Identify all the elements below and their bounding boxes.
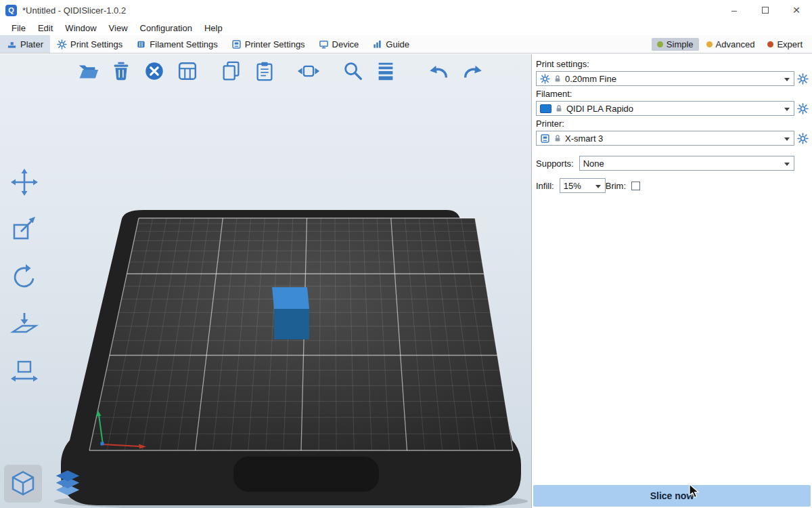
brim-label: Brim: (606, 181, 626, 191)
minimize-button[interactable]: – (719, 0, 750, 20)
model-cube[interactable] (272, 287, 309, 339)
variable-layer-height-icon (374, 60, 397, 83)
infill-value: 15% (564, 181, 581, 191)
filament-gear-button[interactable] (796, 102, 809, 115)
scale-tool-button[interactable] (7, 214, 42, 245)
tab-guide[interactable]: Guide (365, 35, 416, 53)
lock-icon (554, 134, 562, 142)
tabbar: Plater Print Settings Filament Settings … (0, 35, 812, 54)
device-icon (319, 39, 329, 49)
paste-icon (253, 60, 276, 83)
mode-simple[interactable]: Simple (652, 38, 699, 51)
gear-icon (540, 74, 550, 84)
window-controls: – × (719, 0, 812, 20)
gear-icon (797, 133, 809, 144)
layers-view-icon (52, 468, 83, 499)
supports-combo[interactable]: None (579, 156, 794, 171)
search-icon (341, 60, 364, 83)
mode-advanced-label: Advanced (716, 39, 755, 49)
rotate-icon (9, 262, 39, 292)
mirror-tool-button[interactable] (7, 356, 42, 387)
print-settings-combo[interactable]: 0.20mm Fine (536, 71, 794, 86)
tab-print-settings[interactable]: Print Settings (50, 35, 129, 53)
split-objects-button[interactable] (296, 59, 321, 83)
editor-view-button[interactable] (4, 465, 42, 503)
move-tool-button[interactable] (7, 167, 42, 198)
copy-icon (220, 60, 243, 83)
lock-icon (555, 104, 563, 112)
window-title: *Untitled - QIDISlicer-1.0.2 (22, 5, 126, 16)
redo-button[interactable] (460, 59, 484, 83)
menu-configuration[interactable]: Configuration (134, 22, 198, 35)
menu-window[interactable]: Window (59, 22, 102, 35)
menu-file[interactable]: File (5, 22, 32, 35)
supports-value: None (583, 158, 604, 169)
tab-device[interactable]: Device (312, 35, 366, 53)
paste-button[interactable] (252, 59, 277, 83)
brim-checkbox[interactable] (631, 182, 640, 190)
tab-printer-settings[interactable]: Printer Settings (225, 35, 312, 53)
mode-advanced[interactable]: Advanced (701, 38, 761, 51)
printer-gear-button[interactable] (796, 132, 809, 145)
rotate-tool-button[interactable] (7, 261, 42, 293)
view-toolbar (4, 465, 87, 503)
filament-combo[interactable]: QIDI PLA Rapido (536, 101, 794, 116)
app-icon: Q (5, 5, 17, 16)
3d-cube-icon (7, 468, 39, 499)
settings-sidebar: Print settings: 0.20mm Fine Filament: QI… (531, 54, 812, 508)
search-button[interactable] (340, 59, 365, 83)
print-settings-gear-button[interactable] (796, 72, 809, 85)
menu-help[interactable]: Help (198, 22, 229, 35)
maximize-button[interactable] (750, 0, 781, 20)
tab-plater[interactable]: Plater (0, 35, 50, 53)
mode-simple-label: Simple (667, 39, 694, 49)
copy-button[interactable] (219, 59, 244, 83)
undo-button[interactable] (427, 59, 451, 83)
open-button[interactable] (76, 59, 100, 83)
mode-expert[interactable]: Expert (762, 38, 808, 51)
tab-device-label: Device (332, 39, 359, 49)
scale-icon (9, 215, 39, 245)
3d-viewport[interactable] (0, 54, 531, 508)
simple-dot-icon (657, 41, 663, 47)
gear-icon (797, 73, 809, 85)
arrange-button[interactable] (175, 59, 200, 83)
plater-icon (7, 39, 17, 49)
mode-switcher: Simple Advanced Expert (652, 35, 812, 53)
trash-icon (110, 60, 133, 83)
open-folder-icon (76, 60, 99, 83)
guide-icon (372, 39, 382, 49)
close-button[interactable]: × (781, 0, 812, 20)
tab-filament-settings[interactable]: Filament Settings (129, 35, 224, 53)
delete-all-button[interactable] (142, 59, 166, 83)
infill-combo[interactable]: 15% (560, 178, 606, 193)
preview-view-button[interactable] (49, 465, 87, 503)
printer-label: Printer: (536, 119, 809, 129)
undo-icon (428, 60, 451, 83)
menu-edit[interactable]: Edit (32, 22, 59, 35)
filament-label: Filament: (536, 89, 809, 99)
tab-guide-label: Guide (386, 39, 409, 49)
delete-button[interactable] (109, 59, 133, 83)
printer-icon (540, 133, 550, 144)
top-toolbar (76, 59, 484, 83)
chevron-down-icon (784, 78, 790, 81)
print-settings-label: Print settings: (536, 59, 809, 69)
slice-now-button[interactable]: Slice now (533, 485, 811, 507)
chevron-down-icon (784, 137, 790, 141)
place-on-face-icon (9, 310, 39, 339)
variable-layer-height-button[interactable] (374, 59, 398, 83)
printer-combo[interactable]: X-smart 3 (536, 131, 794, 146)
place-on-face-tool-button[interactable] (7, 309, 42, 340)
titlebar: Q *Untitled - QIDISlicer-1.0.2 – × (0, 0, 812, 20)
print-settings-value: 0.20mm Fine (565, 74, 616, 84)
3d-scene[interactable] (0, 54, 531, 508)
maximize-icon (762, 7, 769, 14)
printer-value: X-smart 3 (565, 133, 603, 144)
advanced-dot-icon (706, 41, 713, 47)
lock-icon (554, 75, 562, 83)
menubar: File Edit Window View Configuration Help (0, 20, 812, 35)
tab-printer-settings-label: Printer Settings (245, 39, 305, 49)
menu-view[interactable]: View (103, 22, 134, 35)
tab-filament-settings-label: Filament Settings (150, 39, 217, 49)
